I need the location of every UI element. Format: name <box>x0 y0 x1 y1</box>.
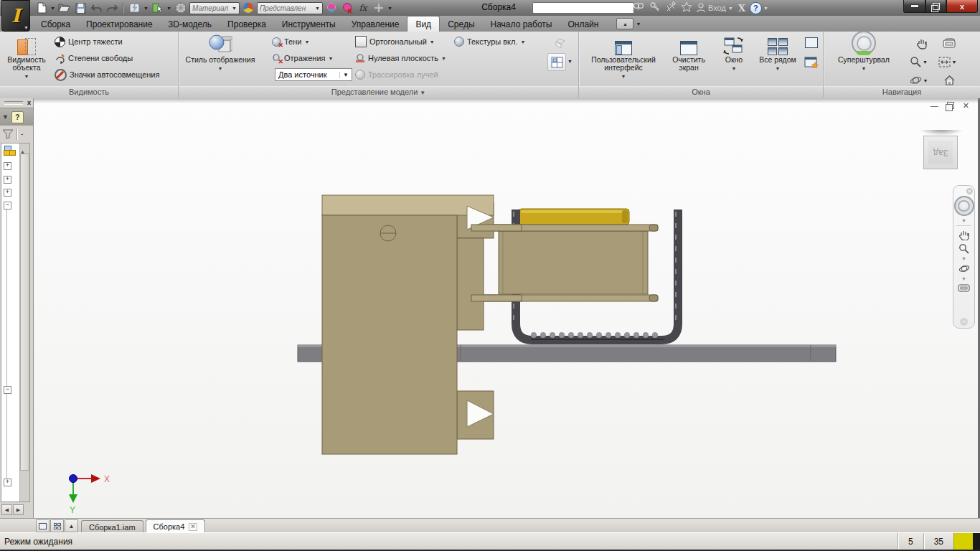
update-button[interactable] <box>128 1 142 14</box>
navbar-zoom-button[interactable] <box>958 243 969 254</box>
adjust-highlight-button[interactable] <box>324 1 339 14</box>
degrees-of-freedom-button[interactable]: Степени свободы <box>55 51 133 65</box>
section-view-button[interactable] <box>550 34 570 52</box>
new-window-button[interactable] <box>801 53 821 71</box>
material-combobox[interactable]: Материал▼ <box>189 2 240 14</box>
restore-button[interactable] <box>925 0 946 13</box>
tab-get-started[interactable]: Начало работы <box>483 16 560 32</box>
tree-expand-node[interactable]: + <box>4 189 11 197</box>
tab-inspect[interactable]: Проверка <box>220 16 274 32</box>
navbar-collapse-icon[interactable]: − <box>960 318 968 326</box>
tab-environments[interactable]: Среды <box>440 16 482 32</box>
cascade-windows-button[interactable] <box>801 34 821 52</box>
center-of-gravity-button[interactable]: Центр тяжести <box>55 34 123 49</box>
imate-glyphs-button[interactable]: Значки автосовмещения <box>55 67 159 82</box>
help-control[interactable]: ? ▼ <box>750 2 769 14</box>
browser-close-icon[interactable]: x <box>27 100 31 106</box>
save-button[interactable] <box>73 1 88 14</box>
browser-scrollbar[interactable]: ▲ <box>19 143 29 501</box>
ribbon-minimize-icon[interactable]: ▲ <box>616 18 633 29</box>
tile-all-button[interactable]: Все рядом ▼ <box>755 34 800 72</box>
reflections-button[interactable]: ✕ Отражения ▼ <box>272 51 333 65</box>
panel-label-visibility[interactable]: Видимость <box>0 86 178 98</box>
subscription-key-icon[interactable] <box>649 1 661 15</box>
panel-dropdown-icon[interactable]: ▼ <box>420 90 425 96</box>
minimize-button[interactable] <box>903 0 925 13</box>
navigation-bar[interactable]: ✕ ▼ ▼ ▼ − <box>953 185 975 329</box>
navbar-orbit-dropdown[interactable]: ▼ <box>961 276 966 281</box>
filter-funnel-icon[interactable] <box>2 128 14 139</box>
orthographic-button[interactable]: Ортогональный ▼ <box>355 34 435 49</box>
tile-documents-button[interactable] <box>50 519 64 532</box>
object-visibility-button[interactable]: Видимость объекта ▼ <box>4 34 49 80</box>
expand-tabs-button[interactable]: ▲ <box>65 519 78 532</box>
search-input[interactable] <box>532 2 634 14</box>
ground-plane-button[interactable]: Нулевая плоскость ▼ <box>355 51 446 65</box>
ray-tracing-button[interactable]: Трассировка лучей <box>355 67 438 82</box>
user-interface-button[interactable]: Пользовательский интерфейс ▼ <box>583 34 664 80</box>
tab-view[interactable]: Вид <box>407 16 440 32</box>
navbar-orbit-button[interactable] <box>958 263 970 274</box>
scroll-right-icon[interactable]: ▶ <box>13 504 24 515</box>
zoom-button[interactable]: ▼ <box>908 53 930 70</box>
help-icon[interactable]: ? <box>750 2 762 14</box>
representation-combobox[interactable]: Представлен▼ <box>257 2 323 14</box>
ribbon-minimize-dropdown[interactable]: ▼ <box>636 22 641 27</box>
browser-help-icon[interactable]: ? <box>11 111 24 123</box>
add-toolbar-button[interactable] <box>372 1 386 14</box>
browser-tree[interactable]: + + + − − + ▲ <box>1 143 30 502</box>
zoom-extents-button[interactable]: ▼ <box>937 53 958 70</box>
tree-collapse-node[interactable]: − <box>4 386 11 394</box>
tree-expand-node[interactable]: + <box>4 176 11 184</box>
panel-label-navigation[interactable]: Навигация <box>824 86 980 98</box>
browser-dropdown-icon[interactable]: ▼ <box>2 113 9 121</box>
display-style-button[interactable]: Стиль отображения ▼ <box>184 34 256 72</box>
communication-center-icon[interactable] <box>665 1 677 15</box>
adjust-disabled-button[interactable] <box>340 1 354 14</box>
view-layout-dropdown[interactable]: ▼ <box>567 59 573 64</box>
appearance-sphere-icon[interactable] <box>241 1 255 14</box>
navbar-wheel-dropdown[interactable]: ▼ <box>961 218 966 223</box>
browser-title-bar[interactable]: x <box>0 98 33 108</box>
open-button[interactable] <box>57 1 72 14</box>
close-button[interactable]: x <box>946 0 978 13</box>
pan-button[interactable] <box>911 34 933 52</box>
browser-drag-grip[interactable] <box>4 101 23 105</box>
look-at-button[interactable] <box>938 34 960 52</box>
undo-button[interactable] <box>89 1 103 14</box>
sign-in-dropdown[interactable]: ▼ <box>728 6 734 11</box>
help-dropdown[interactable]: ▼ <box>763 6 769 11</box>
application-menu-button[interactable]: I ▼ <box>1 0 30 32</box>
exchange-apps-icon[interactable]: X <box>738 3 745 14</box>
tree-expand-node[interactable]: + <box>4 162 11 170</box>
tab-tools[interactable]: Инструменты <box>274 16 344 32</box>
assembly-root-icon[interactable] <box>4 146 15 156</box>
doc-tab-assembly1[interactable]: Сборка1.iam <box>81 520 143 533</box>
material-appearance-icon[interactable] <box>174 1 188 14</box>
tab-manage[interactable]: Управление <box>344 16 407 32</box>
ribbon-minimize-control[interactable]: ▲ ▼ <box>616 16 641 32</box>
doc-tab-close-icon[interactable]: ✕ <box>189 523 197 531</box>
search-icon[interactable] <box>633 1 645 15</box>
assembly-model[interactable]: X Y <box>34 98 978 518</box>
redo-button[interactable] <box>105 1 119 14</box>
tree-collapse-node[interactable]: − <box>4 202 11 209</box>
panel-label-windows[interactable]: Окна <box>579 86 823 98</box>
clean-screen-button[interactable]: Очистить экран <box>666 34 711 72</box>
tab-3d-model[interactable]: 3D-модель <box>161 16 220 32</box>
browser-filter-dropdown[interactable]: - <box>21 130 23 138</box>
orbit-dropdown[interactable]: ▼ <box>923 78 929 83</box>
graphics-viewport[interactable]: — ✕ Зад <box>34 98 978 518</box>
cascade-documents-button[interactable] <box>36 519 50 532</box>
navbar-steering-wheel-button[interactable] <box>954 196 974 216</box>
update-dropdown[interactable]: ▼ <box>143 6 149 11</box>
zoom-extents-dropdown[interactable]: ▼ <box>952 60 958 65</box>
select-button[interactable] <box>151 1 165 14</box>
switch-window-button[interactable]: Окно ▼ <box>715 34 753 72</box>
parameters-fx-button[interactable]: fx <box>356 1 370 14</box>
new-file-button[interactable] <box>34 1 49 14</box>
select-dropdown[interactable]: ▼ <box>166 6 172 11</box>
textures-button[interactable]: Текстуры вкл. ▼ <box>454 34 525 49</box>
steering-wheel-button[interactable]: Суперштурвал ▼ <box>828 34 900 72</box>
navbar-zoom-dropdown[interactable]: ▼ <box>961 256 966 261</box>
